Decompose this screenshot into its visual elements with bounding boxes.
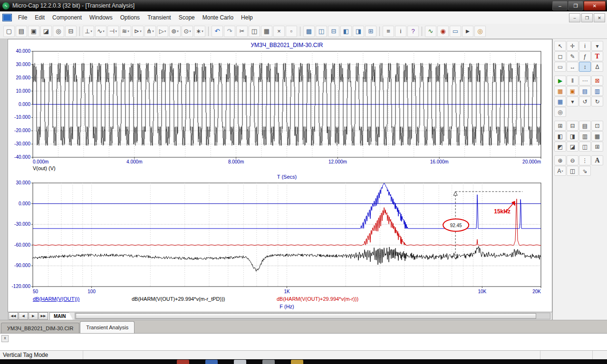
minor-grid-button[interactable]: ▥ — [579, 131, 591, 141]
graph-select-tool[interactable]: ▭ — [554, 62, 566, 72]
taskbar-app-5[interactable] — [291, 360, 303, 364]
source-tool[interactable]: ⊚▾ — [169, 26, 181, 37]
help-button[interactable]: ? — [407, 26, 419, 37]
horizontal-tag-tool[interactable]: ↔ — [567, 62, 578, 72]
zoom-out-button[interactable]: ⊖ — [567, 155, 578, 165]
undo-button[interactable]: ↶ — [212, 26, 223, 37]
curve-label-tpd[interactable]: dB(HARM(V(OUT)+29.994*v(m-r_tPD))) — [132, 296, 225, 302]
component-browser-button[interactable]: ≡ — [383, 26, 394, 37]
stepping-button[interactable]: ▦ — [554, 86, 566, 96]
split-horizontal-button[interactable]: ◧ — [340, 26, 352, 37]
minimize-button[interactable]: – — [552, 1, 568, 10]
page-tab-main[interactable]: MAIN — [49, 312, 73, 320]
redo-button[interactable]: ↷ — [224, 26, 235, 37]
last-page-button[interactable]: ▶▶ — [39, 312, 48, 320]
taskbar-app-3[interactable] — [234, 360, 246, 364]
pan-tool[interactable]: ✛ — [567, 41, 578, 51]
search-button[interactable]: ◎ — [554, 107, 566, 117]
probe-button[interactable]: ◉ — [437, 26, 449, 37]
scope-button[interactable]: ▭ — [450, 26, 461, 37]
capacitor-tool[interactable]: ⊣▾ — [107, 26, 119, 37]
tokens-button[interactable]: ⊟ — [567, 121, 578, 131]
prev-page-button[interactable]: ◀ — [19, 312, 28, 320]
new-file-button[interactable]: ▢ — [3, 26, 15, 37]
watch-button[interactable]: ◎ — [474, 26, 486, 37]
horizontal-scrollbar[interactable] — [75, 313, 550, 319]
run-analysis-button[interactable]: ∿ — [425, 26, 436, 37]
limits-button[interactable]: ⊠ — [591, 76, 603, 86]
copy-button[interactable]: ◫ — [249, 26, 260, 37]
animate-button[interactable]: ► — [462, 26, 473, 37]
log-grid-button[interactable]: ▦ — [591, 131, 603, 141]
info-mode-tool[interactable]: i — [579, 41, 591, 51]
diode-tool[interactable]: ⊳▾ — [132, 26, 144, 37]
inductor-tool[interactable]: ≋▾ — [120, 26, 131, 37]
pause-button[interactable]: ‖ — [567, 76, 578, 86]
transistor-tool[interactable]: ⋔▾ — [145, 26, 156, 37]
misc-component-tool[interactable]: ∗▾ — [194, 26, 205, 37]
optimize-button[interactable]: ▣ — [567, 86, 578, 96]
ruler-button[interactable]: ▤ — [579, 121, 591, 131]
baseline-button[interactable]: ◧ — [554, 131, 566, 141]
menu-windows[interactable]: Windows — [86, 12, 116, 23]
menu-edit[interactable]: Edit — [31, 12, 48, 23]
horizontal-axis-button[interactable]: ◨ — [567, 131, 578, 141]
menu-scope[interactable]: Scope — [175, 12, 199, 23]
cut-button[interactable]: ✂ — [236, 26, 248, 37]
first-page-button[interactable]: ◀◀ — [9, 312, 18, 320]
next-page-button[interactable]: ▶ — [29, 312, 38, 320]
scrollbar-thumb[interactable] — [76, 313, 536, 319]
open-file-button[interactable]: ▤ — [16, 26, 27, 37]
tables-button[interactable]: ⊞ — [591, 142, 603, 152]
delta-tool[interactable]: Δ — [591, 62, 603, 72]
save-as-button[interactable]: ◪ — [40, 26, 52, 37]
zoom-rect-tool[interactable]: ◻ — [554, 51, 566, 61]
back-button[interactable]: ↺ — [579, 96, 591, 106]
opamp-tool[interactable]: ▷▾ — [157, 26, 168, 37]
print-preview-button[interactable]: ◎ — [53, 26, 64, 37]
maximize-plot-button[interactable]: ⊞ — [365, 26, 376, 37]
data-points-button[interactable]: ⊞ — [554, 121, 566, 131]
menu-component[interactable]: Component — [48, 12, 86, 23]
maximize-button[interactable]: ❐ — [568, 1, 583, 10]
state-variables-button[interactable]: ▦ — [554, 96, 566, 106]
taskbar-app-4[interactable] — [262, 360, 275, 364]
split-vertical-button[interactable]: ◨ — [353, 26, 364, 37]
node-tool[interactable]: ⊙▾ — [182, 26, 193, 37]
paste-button[interactable]: ▦ — [261, 26, 272, 37]
close-button[interactable]: ✕ — [584, 1, 606, 10]
menu-help[interactable]: Help — [237, 12, 257, 23]
save-file-button[interactable]: ▣ — [28, 26, 39, 37]
font-button[interactable]: A — [591, 155, 603, 165]
watch-list-button[interactable]: ▥ — [591, 86, 603, 96]
text-tool[interactable]: T — [591, 51, 603, 61]
dock-close-button[interactable]: x — [1, 335, 9, 342]
fx-tool[interactable]: ƒ — [579, 51, 591, 61]
curve-label-mr[interactable]: dB(HARM(V(OUT)+29.994*v(m-r))) — [277, 296, 358, 302]
menu-transient[interactable]: Transient — [144, 12, 175, 23]
copy-graph-button[interactable]: ◫ — [567, 166, 578, 176]
resistor-tool[interactable]: ∿▾ — [95, 26, 106, 37]
child-window-icon[interactable] — [2, 14, 12, 21]
plot-window[interactable]: 40.00030.00020.00010.0000.000-10.000-20.… — [8, 39, 552, 312]
tile-vertical-button[interactable]: ◫ — [316, 26, 327, 37]
print-button[interactable]: ⊟ — [65, 26, 77, 37]
curve-label-vout[interactable]: dB(HARM(V(OUT))) — [33, 296, 79, 302]
analysis-limits-button[interactable]: ▤ — [579, 86, 591, 96]
info-button[interactable]: i — [395, 26, 406, 37]
stop-button[interactable]: ⋯ — [579, 76, 591, 86]
mdi-restore-button[interactable]: ❐ — [581, 13, 593, 22]
exclude-button[interactable]: ◩ — [554, 142, 566, 152]
ground-tool[interactable]: ⊥▾ — [83, 26, 94, 37]
plus-mark-button[interactable]: ⊡ — [591, 121, 603, 131]
select-tool[interactable]: ↖ — [554, 41, 566, 51]
doc-tab-1[interactable]: Transient Analysis — [80, 321, 135, 333]
menu-file[interactable]: File — [14, 12, 31, 23]
menu-options[interactable]: Options — [116, 12, 144, 23]
include-button[interactable]: ◪ — [567, 142, 578, 152]
taskbar-app-1[interactable] — [177, 360, 189, 364]
dots-button[interactable]: ⋮ — [579, 155, 591, 165]
mode-menu[interactable]: ▾ — [591, 41, 603, 51]
run-button[interactable]: ▶ — [554, 76, 566, 86]
select-all-button[interactable]: ▫ — [286, 26, 297, 37]
